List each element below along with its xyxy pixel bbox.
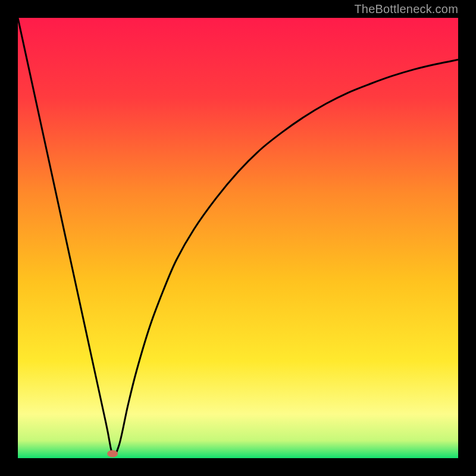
plot-area — [18, 18, 458, 458]
bottleneck-curve — [18, 18, 458, 455]
curve-layer — [18, 18, 458, 458]
watermark-text: TheBottleneck.com — [354, 2, 458, 16]
chart-frame: TheBottleneck.com — [0, 0, 476, 476]
minimum-marker — [107, 450, 118, 458]
